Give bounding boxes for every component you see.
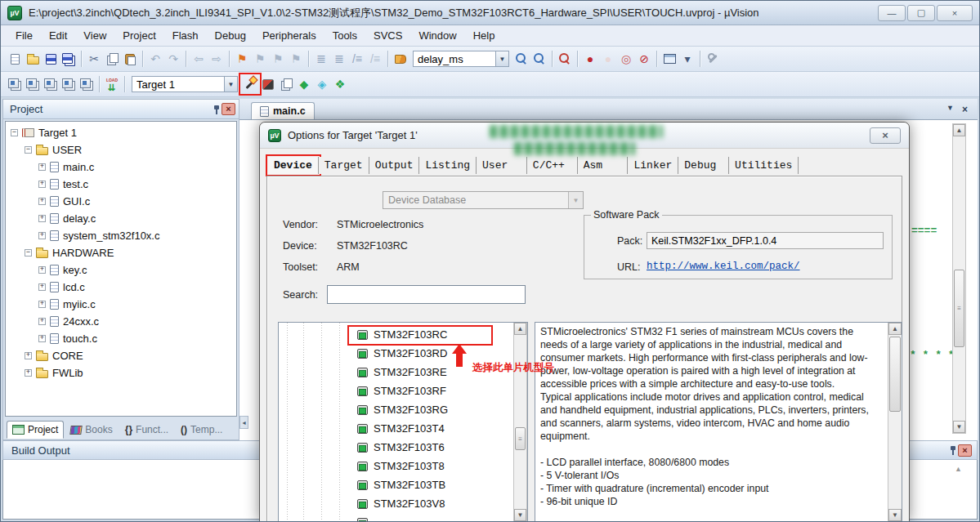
expander-expand-icon[interactable]: + bbox=[38, 198, 46, 205]
documentation-icon[interactable] bbox=[392, 50, 409, 68]
device-search-input[interactable] bbox=[327, 285, 526, 304]
scroll-up-icon[interactable]: ▲ bbox=[953, 124, 965, 136]
scroll-up-icon[interactable]: ▲ bbox=[888, 323, 902, 335]
pin-icon[interactable] bbox=[948, 444, 958, 456]
tree-item-core[interactable]: +CORE bbox=[6, 347, 236, 364]
tree-item-gui-c[interactable]: +GUI.c bbox=[6, 193, 236, 210]
panel-tab-funct[interactable]: {}Funct... bbox=[119, 421, 174, 439]
tree-item-target-1[interactable]: −Target 1 bbox=[6, 124, 236, 141]
lookup-word-icon[interactable] bbox=[512, 50, 530, 68]
expander-expand-icon[interactable]: + bbox=[38, 283, 46, 291]
expander-collapse-icon[interactable]: − bbox=[11, 129, 18, 136]
new-file-icon[interactable] bbox=[6, 50, 24, 68]
dialog-tab-user[interactable]: User bbox=[477, 157, 527, 174]
scrollbar-thumb[interactable]: ≡ bbox=[954, 270, 964, 347]
expander-expand-icon[interactable]: + bbox=[38, 266, 46, 274]
expander-expand-icon[interactable]: + bbox=[25, 369, 32, 377]
expander-collapse-icon[interactable]: − bbox=[25, 249, 32, 257]
manage-run-time-environment-icon[interactable]: ❖ bbox=[331, 75, 349, 93]
search-input[interactable] bbox=[414, 52, 495, 65]
dialog-tab-target[interactable]: Target bbox=[319, 157, 369, 174]
clear-bookmarks-icon[interactable]: ⚑ bbox=[287, 50, 305, 68]
next-bookmark-icon[interactable]: ⚑ bbox=[269, 50, 287, 68]
device-item-stm32f103rf[interactable]: STM32F103RF bbox=[279, 381, 527, 400]
dialog-tab-listing[interactable]: Listing bbox=[419, 157, 477, 174]
expander-expand-icon[interactable]: + bbox=[25, 352, 32, 359]
rebuild-all-icon[interactable] bbox=[42, 75, 60, 93]
target-select-combobox[interactable]: ▼ bbox=[132, 76, 238, 92]
close-panel-icon[interactable]: × bbox=[958, 444, 972, 457]
dialog-tab-c-c[interactable]: C/C++ bbox=[527, 157, 578, 174]
find-next-icon[interactable] bbox=[530, 50, 548, 68]
previous-bookmark-icon[interactable]: ⚑ bbox=[251, 50, 269, 68]
menu-item-peripherals[interactable]: Peripherals bbox=[254, 27, 324, 44]
navigate-back-icon[interactable]: ⇦ bbox=[190, 50, 208, 68]
stop-build-icon[interactable] bbox=[78, 75, 96, 93]
copy-icon[interactable] bbox=[103, 50, 121, 68]
target-select-input[interactable] bbox=[132, 78, 224, 91]
build-icon[interactable] bbox=[24, 75, 42, 93]
paste-icon[interactable] bbox=[121, 50, 139, 68]
tree-item-test-c[interactable]: +test.c bbox=[6, 176, 236, 193]
select-software-packs-icon[interactable]: ◆ bbox=[295, 75, 313, 93]
menu-item-help[interactable]: Help bbox=[465, 27, 503, 44]
close-tab-icon[interactable]: × bbox=[962, 104, 968, 115]
toggle-bookmark-icon[interactable]: ⚑ bbox=[233, 50, 251, 68]
indent-icon[interactable]: ≣ bbox=[330, 50, 348, 68]
expander-expand-icon[interactable]: + bbox=[38, 181, 46, 188]
editor-tab-main-c[interactable]: main.c bbox=[251, 102, 315, 119]
device-item-stm32f103t8[interactable]: STM32F103T8 bbox=[279, 457, 527, 475]
redo-icon[interactable]: ↷ bbox=[164, 50, 182, 68]
save-icon[interactable] bbox=[42, 50, 60, 68]
batch-build-icon[interactable] bbox=[60, 75, 78, 93]
tree-item-24cxx-c[interactable]: +24cxx.c bbox=[6, 313, 236, 330]
expander-expand-icon[interactable]: + bbox=[38, 232, 46, 239]
download-icon[interactable] bbox=[103, 75, 121, 93]
save-all-icon[interactable] bbox=[60, 50, 78, 68]
find-in-files-icon[interactable] bbox=[556, 50, 574, 68]
dialog-tab-debug[interactable]: Debug bbox=[678, 157, 729, 174]
description-scrollbar[interactable]: ▲ ▼ bbox=[888, 323, 902, 521]
pin-icon[interactable] bbox=[212, 104, 222, 115]
chevron-down-icon[interactable]: ▼ bbox=[495, 51, 508, 66]
scroll-up-icon[interactable]: ▲ bbox=[514, 323, 526, 335]
minimize-button[interactable]: — bbox=[878, 5, 906, 21]
unindent-icon[interactable]: ≣ bbox=[312, 50, 330, 68]
scroll-down-icon[interactable]: ▼ bbox=[953, 421, 965, 433]
tree-item-user[interactable]: −USER bbox=[6, 141, 236, 158]
dialog-tab-asm[interactable]: Asm bbox=[578, 157, 629, 174]
panel-tab-project[interactable]: Project bbox=[7, 421, 64, 439]
options-for-target-icon[interactable] bbox=[241, 75, 259, 93]
device-item-stm32f103t4[interactable]: STM32F103T4 bbox=[279, 419, 527, 438]
panel-tab-temp[interactable]: ()Temp... bbox=[175, 421, 228, 439]
insert-breakpoint-icon[interactable]: ● bbox=[581, 50, 599, 68]
pack-installer-icon[interactable]: ◈ bbox=[313, 75, 331, 93]
scrollbar-thumb[interactable] bbox=[889, 337, 901, 412]
file-extensions-icon[interactable] bbox=[259, 75, 277, 93]
expander-expand-icon[interactable]: + bbox=[38, 163, 46, 171]
menu-item-flash[interactable]: Flash bbox=[164, 27, 207, 44]
tree-item-system-stm32f10x-c[interactable]: +system_stm32f10x.c bbox=[6, 227, 236, 244]
tree-item-hardware[interactable]: −HARDWARE bbox=[6, 244, 236, 261]
tree-item-touch-c[interactable]: +touch.c bbox=[6, 330, 236, 347]
scroll-down-icon[interactable]: ▼ bbox=[888, 509, 902, 521]
expander-expand-icon[interactable]: + bbox=[38, 215, 46, 222]
device-item-stm32f103t6[interactable]: STM32F103T6 bbox=[279, 438, 527, 457]
chevron-down-icon[interactable]: ▼ bbox=[224, 77, 237, 91]
undo-icon[interactable]: ↶ bbox=[146, 50, 164, 68]
expander-expand-icon[interactable]: + bbox=[38, 335, 46, 342]
navigate-forward-icon[interactable]: ⇨ bbox=[208, 50, 226, 68]
device-item-stm32f103rg[interactable]: STM32F103RG bbox=[279, 400, 527, 419]
editor-vertical-scrollbar[interactable]: ▲ ≡ ▼ bbox=[952, 123, 966, 434]
expander-collapse-icon[interactable]: − bbox=[25, 146, 32, 154]
scroll-up-icon[interactable]: ▲ bbox=[955, 465, 962, 473]
configure-icon[interactable] bbox=[704, 50, 722, 68]
menu-item-svcs[interactable]: SVCS bbox=[365, 27, 410, 44]
tree-item-fwlib[interactable]: +FWLib bbox=[6, 364, 236, 381]
pack-url-link[interactable]: http://www.keil.com/pack/ bbox=[647, 261, 800, 272]
comment-icon[interactable]: /≡ bbox=[348, 50, 366, 68]
dialog-close-button[interactable]: × bbox=[870, 127, 901, 144]
memory-window-icon[interactable] bbox=[660, 50, 678, 68]
search-combobox[interactable]: ▼ bbox=[413, 51, 509, 67]
dialog-tab-device[interactable]: Device bbox=[268, 157, 319, 174]
